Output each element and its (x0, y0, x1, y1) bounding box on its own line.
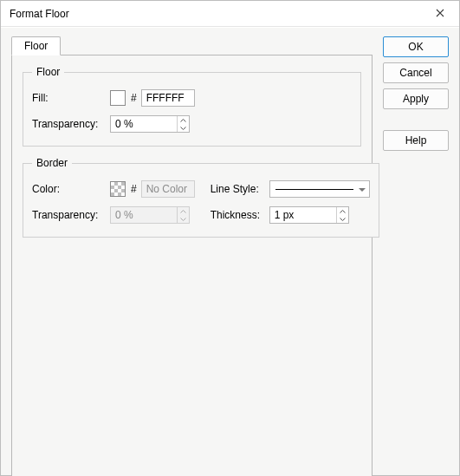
fill-hex-input[interactable] (141, 89, 195, 107)
floor-transparency-value: 0 % (111, 116, 177, 132)
checker-icon (111, 182, 125, 196)
border-transparency-value: 0 % (111, 207, 177, 223)
floor-transparency-spinner[interactable]: 0 % (110, 115, 190, 133)
floor-transparency-label: Transparency: (32, 118, 110, 130)
main-area: Floor Floor Fill: # Transparency: (11, 36, 373, 465)
button-column: OK Cancel Apply Help (383, 36, 449, 465)
dialog-content: Floor Floor Fill: # Transparency: (1, 27, 459, 475)
cancel-label: Cancel (399, 67, 431, 79)
help-button[interactable]: Help (383, 130, 449, 151)
cancel-button[interactable]: Cancel (383, 62, 449, 83)
help-label: Help (405, 134, 427, 147)
close-button[interactable] (421, 1, 459, 27)
spinner-up[interactable] (337, 207, 348, 215)
title-bar: Format Floor (1, 1, 459, 27)
button-gap (383, 114, 449, 125)
border-color-swatch[interactable] (110, 181, 126, 197)
close-icon (436, 8, 444, 20)
row-border-color: Color: # (32, 178, 195, 200)
hash-symbol: # (131, 183, 137, 195)
spinner-up[interactable] (178, 116, 189, 124)
chevron-down-icon (359, 183, 366, 195)
apply-button[interactable]: Apply (383, 88, 449, 109)
apply-label: Apply (403, 93, 429, 105)
fill-swatch[interactable] (110, 90, 126, 106)
spinner-up (178, 207, 189, 215)
line-style-sample (275, 189, 353, 190)
thickness-label: Thickness: (211, 209, 269, 221)
tab-label: Floor (24, 40, 48, 52)
ok-button[interactable]: OK (383, 36, 449, 57)
border-color-hex-input (141, 180, 195, 198)
group-floor-legend: Floor (32, 66, 64, 78)
row-floor-transparency: Transparency: 0 % (32, 113, 352, 135)
spinner-down[interactable] (178, 124, 189, 132)
border-transparency-label: Transparency: (32, 209, 110, 221)
line-style-label: Line Style: (211, 183, 269, 195)
ok-label: OK (408, 41, 423, 53)
group-border-legend: Border (32, 157, 72, 169)
spinner-down[interactable] (337, 215, 348, 223)
spinner-arrows (177, 207, 189, 223)
border-color-label: Color: (32, 183, 110, 195)
fill-label: Fill: (32, 92, 110, 104)
line-style-dropdown[interactable] (269, 180, 370, 198)
group-floor: Floor Fill: # Transparency: 0 % (23, 66, 361, 147)
border-transparency-spinner: 0 % (110, 206, 190, 224)
thickness-value: 1 px (270, 207, 336, 223)
tab-floor[interactable]: Floor (11, 36, 61, 55)
tab-strip: Floor (11, 36, 373, 55)
thickness-spinner[interactable]: 1 px (269, 206, 349, 224)
row-border-transparency: Transparency: 0 % (32, 204, 195, 226)
tab-panel-floor: Floor Fill: # Transparency: 0 % (11, 55, 373, 476)
group-border: Border Color: # Transparency: (23, 157, 379, 238)
spinner-down (178, 215, 189, 223)
row-line-style: Line Style: (211, 178, 370, 200)
spinner-arrows (177, 116, 189, 132)
window-title: Format Floor (10, 8, 421, 20)
row-fill: Fill: # (32, 87, 352, 109)
spinner-arrows (336, 207, 348, 223)
hash-symbol: # (131, 92, 137, 104)
row-thickness: Thickness: 1 px (211, 204, 370, 226)
dialog-window: Format Floor Floor Floor Fill: # (0, 0, 460, 476)
